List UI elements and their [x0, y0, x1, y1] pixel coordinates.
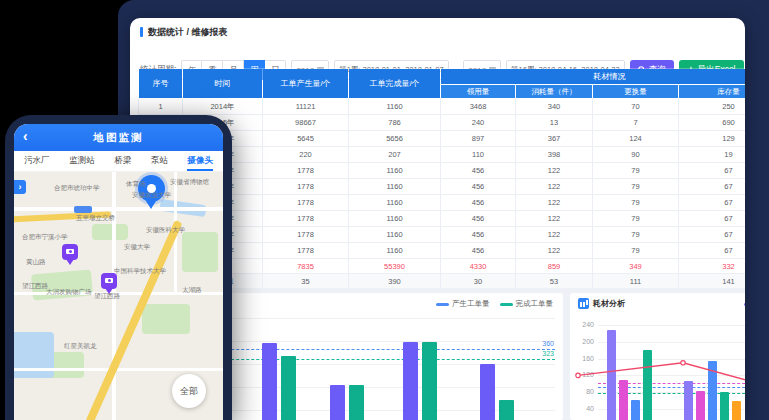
- table-cell: 7835: [263, 259, 349, 274]
- table-cell: 3468: [441, 99, 516, 115]
- bar: [499, 400, 514, 420]
- bar: [349, 385, 364, 420]
- table-cell: 110: [441, 147, 516, 163]
- map-label: 合肥市琥珀中学: [54, 184, 100, 193]
- back-icon[interactable]: ‹: [23, 128, 28, 144]
- table-cell: 90: [593, 147, 679, 163]
- legend-swatch-icon: [500, 303, 513, 306]
- road-badge: [74, 206, 92, 213]
- legend-item[interactable]: 完成工单量: [500, 299, 554, 309]
- tab-监测站[interactable]: 监测站: [69, 151, 95, 171]
- table-cell: 4330: [441, 259, 516, 274]
- table-cell: 5656: [349, 131, 441, 147]
- map-label: 黄山路: [26, 258, 46, 267]
- consumable-chart-card: 耗材分析 2402001601208040: [570, 293, 745, 420]
- table-cell: 1160: [349, 99, 441, 115]
- chevron-right-icon[interactable]: ›: [14, 180, 26, 194]
- map-label: 大润发购物广场: [46, 288, 92, 297]
- table-cell: 79: [593, 211, 679, 227]
- bar: [480, 364, 495, 420]
- table-cell: 690: [679, 115, 746, 131]
- map[interactable]: › 全部 合肥市琥珀中学体育场安徽农业大学安徽省博物馆五里墩立交桥安徽医科大学合…: [14, 172, 223, 420]
- table-cell: 367: [516, 131, 593, 147]
- table-cell: 786: [349, 115, 441, 131]
- bar: [684, 381, 693, 420]
- map-park: [182, 232, 218, 272]
- all-button[interactable]: 全部: [172, 374, 206, 408]
- table-cell: 240: [441, 115, 516, 131]
- phone-header: ‹ 地图监测: [14, 124, 223, 151]
- table-cell: 124: [593, 131, 679, 147]
- table-cell: 1160: [349, 211, 441, 227]
- table-cell: 1160: [349, 243, 441, 259]
- table-cell: 11121: [263, 99, 349, 115]
- table-cell: 13: [516, 115, 593, 131]
- bar: [403, 342, 418, 420]
- tab-桥梁[interactable]: 桥梁: [114, 151, 131, 171]
- table-cell: 122: [516, 227, 593, 243]
- table-cell: 79: [593, 243, 679, 259]
- table-cell: 141: [679, 274, 746, 289]
- table-cell: 456: [441, 243, 516, 259]
- table-cell: 456: [441, 195, 516, 211]
- table-cell: 79: [593, 227, 679, 243]
- bar: [732, 401, 741, 420]
- reference-label: 360: [542, 340, 554, 347]
- consumable-title-text: 耗材分析: [593, 298, 625, 309]
- map-road: [14, 368, 223, 371]
- table-cell: 67: [679, 179, 746, 195]
- table-cell: 859: [516, 259, 593, 274]
- map-label: 安徽医科大学: [146, 226, 185, 235]
- reference-label: 323: [542, 350, 554, 357]
- table-cell: 220: [263, 147, 349, 163]
- gridline: [598, 359, 745, 360]
- table-cell: 5645: [263, 131, 349, 147]
- table-cell: 897: [441, 131, 516, 147]
- tab-泵站[interactable]: 泵站: [151, 151, 168, 171]
- phone-title: 地图监测: [94, 131, 144, 145]
- legend-item[interactable]: 产生工单量: [436, 299, 490, 309]
- table-cell: 207: [349, 147, 441, 163]
- table-cell: 456: [441, 179, 516, 195]
- table-cell: 67: [679, 227, 746, 243]
- map-label: 五里墩立交桥: [76, 214, 115, 223]
- bar: [330, 385, 345, 420]
- table-cell: 122: [516, 163, 593, 179]
- y-tick-label: 160: [572, 355, 594, 362]
- col-header: 序号: [139, 69, 183, 99]
- table-cell: 390: [349, 274, 441, 289]
- table-cell: 1160: [349, 163, 441, 179]
- table-cell: 456: [441, 227, 516, 243]
- table-cell: 79: [593, 179, 679, 195]
- col-header: 工单完成量/个: [349, 69, 441, 99]
- y-tick-label: 240: [572, 321, 594, 328]
- col-header: 工单产生量/个: [263, 69, 349, 99]
- sub-header: 消耗量（件）: [516, 85, 593, 99]
- map-label: 安徽农业大学: [132, 191, 171, 200]
- tab-摄像头[interactable]: 摄像头: [188, 151, 214, 171]
- table-cell: 1: [139, 99, 183, 115]
- workorder-chart-legend: 产生工单量完成工单量: [436, 299, 553, 309]
- map-label: 红星美凯龙: [64, 342, 97, 351]
- y-tick-label: 80: [572, 388, 594, 395]
- table-row: 22015年98667786240137690: [139, 115, 746, 131]
- bar: [422, 342, 437, 420]
- col-header: 时间: [183, 69, 263, 99]
- tab-污水厂[interactable]: 污水厂: [24, 151, 50, 171]
- table-cell: 30: [441, 274, 516, 289]
- map-label: 太湖路: [182, 286, 202, 295]
- legend-label: 产生工单量: [452, 299, 490, 309]
- legend-label: 完成工单量: [516, 299, 554, 309]
- bar: [696, 391, 705, 420]
- legend-swatch-icon: [436, 303, 449, 306]
- sub-header: 更换量: [593, 85, 679, 99]
- camera-pin-icon[interactable]: [62, 244, 78, 260]
- map-road: [14, 207, 223, 211]
- table-cell: 67: [679, 163, 746, 179]
- map-label: 安徽省博物馆: [170, 178, 209, 187]
- table-cell: 35: [263, 274, 349, 289]
- gridline: [598, 375, 745, 376]
- table-cell: 67: [679, 195, 746, 211]
- sub-header: 领用量: [441, 85, 516, 99]
- map-label: 安徽大学: [124, 243, 150, 252]
